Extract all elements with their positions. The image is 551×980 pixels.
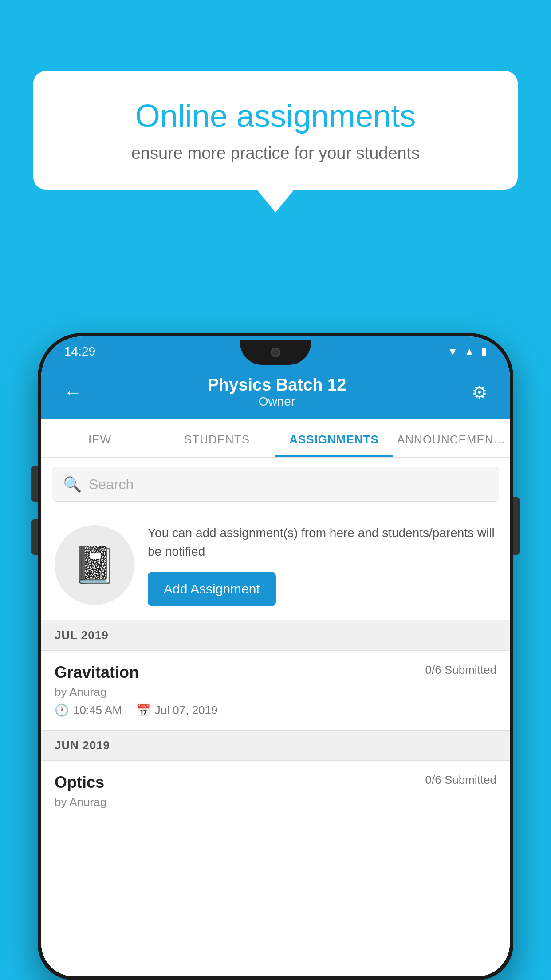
notebook-icon: 📓: [72, 544, 117, 586]
phone-frame: 14:29 ▼ ▲ ▮ ← Physics Batch 12 Owner ⚙ I…: [38, 333, 513, 980]
battery-icon: ▮: [481, 345, 487, 358]
app-bar: ← Physics Batch 12 Owner ⚙: [41, 365, 510, 419]
volume-button-2: [31, 519, 38, 555]
tab-assignments[interactable]: ASSIGNMENTS: [276, 419, 393, 457]
phone-screen: 14:29 ▼ ▲ ▮ ← Physics Batch 12 Owner ⚙ I…: [41, 336, 510, 976]
assignment-author-optics: by Anurag: [55, 795, 496, 809]
tab-students[interactable]: STUDENTS: [158, 419, 276, 457]
power-button: [513, 497, 520, 555]
assignment-item-top-optics: Optics 0/6 Submitted: [55, 773, 496, 792]
add-assignment-button[interactable]: Add Assignment: [148, 572, 276, 606]
assignment-item-gravitation[interactable]: Gravitation 0/6 Submitted by Anurag 🕐 10…: [41, 651, 510, 730]
assignment-name-optics: Optics: [55, 773, 104, 792]
assignment-submitted-optics: 0/6 Submitted: [425, 773, 496, 787]
app-bar-subtitle: Owner: [82, 395, 472, 409]
promo-description: You can add assignment(s) from here and …: [148, 524, 496, 561]
speech-bubble-arrow: [257, 190, 294, 213]
date-meta: 📅 Jul 07, 2019: [136, 703, 218, 717]
assignment-item-top: Gravitation 0/6 Submitted: [55, 663, 496, 682]
assignment-submitted-gravitation: 0/6 Submitted: [425, 663, 496, 677]
speech-bubble: Online assignments ensure more practice …: [33, 71, 518, 190]
speech-bubble-title: Online assignments: [64, 98, 487, 134]
wifi-icon: ▼: [447, 345, 458, 358]
search-icon: 🔍: [63, 475, 82, 493]
clock-icon: 🕐: [55, 703, 69, 717]
assignment-date: Jul 07, 2019: [155, 703, 218, 717]
section-header-jul: JUL 2019: [41, 620, 510, 651]
assignment-name-gravitation: Gravitation: [55, 663, 139, 682]
speech-bubble-subtitle: ensure more practice for your students: [64, 144, 487, 163]
section-header-jun: JUN 2019: [41, 730, 510, 761]
volume-button-1: [31, 466, 38, 502]
time-meta: 🕐 10:45 AM: [55, 703, 122, 717]
promo-icon-circle: 📓: [55, 525, 134, 605]
app-bar-title: Physics Batch 12: [82, 375, 472, 395]
assignment-time: 10:45 AM: [73, 703, 122, 717]
back-button[interactable]: ←: [63, 382, 82, 403]
status-time: 14:29: [64, 344, 95, 359]
speech-bubble-wrapper: Online assignments ensure more practice …: [33, 71, 518, 213]
tabs: IEW STUDENTS ASSIGNMENTS ANNOUNCEMENTS: [41, 419, 510, 458]
search-container: 🔍 Search: [41, 458, 510, 510]
notch: [240, 340, 311, 365]
app-bar-title-group: Physics Batch 12 Owner: [82, 375, 472, 409]
assignment-author-gravitation: by Anurag: [55, 685, 496, 699]
signal-icon: ▲: [464, 345, 475, 358]
tab-announcements[interactable]: ANNOUNCEMENTS: [393, 419, 510, 457]
promo-right: You can add assignment(s) from here and …: [148, 524, 496, 606]
settings-icon[interactable]: ⚙: [472, 382, 488, 403]
assignment-meta-gravitation: 🕐 10:45 AM 📅 Jul 07, 2019: [55, 703, 496, 717]
status-icons: ▼ ▲ ▮: [447, 345, 487, 358]
assignment-item-optics[interactable]: Optics 0/6 Submitted by Anurag: [41, 761, 510, 826]
camera: [271, 348, 280, 357]
tab-iew[interactable]: IEW: [41, 419, 158, 457]
calendar-icon: 📅: [136, 703, 150, 717]
search-placeholder: Search: [89, 476, 134, 493]
promo-card: 📓 You can add assignment(s) from here an…: [41, 510, 510, 620]
search-bar[interactable]: 🔍 Search: [52, 467, 499, 502]
content-area: 🔍 Search 📓 You can add assignment(s) fro…: [41, 458, 510, 976]
